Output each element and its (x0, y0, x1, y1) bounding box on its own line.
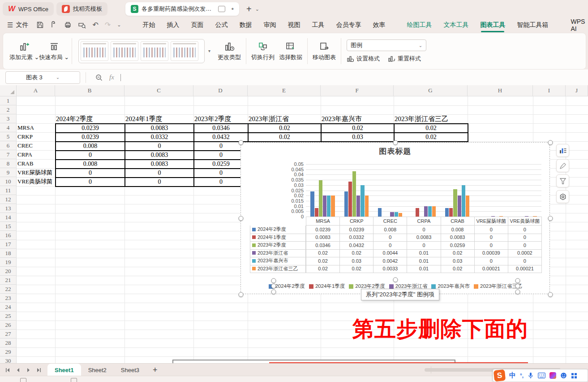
cell-header-row3-col2[interactable]: 2024年1季度 (124, 114, 193, 123)
legend-selection-handle[interactable] (393, 278, 398, 282)
menu-会员专享[interactable]: 会员专享 (336, 21, 361, 29)
change-type-button[interactable]: 更改类型 (215, 36, 243, 66)
row-header-5[interactable]: 5 (0, 132, 17, 141)
tab-wps-office[interactable]: W WPS Office (3, 2, 54, 16)
cell-C10[interactable]: 0 (124, 177, 194, 187)
print-icon[interactable] (64, 21, 72, 29)
row-header-30[interactable]: 30 (0, 356, 17, 363)
add-element-button[interactable]: 添加元素 ⌄ (9, 36, 39, 66)
bar-2023年浙江省-CREC[interactable] (390, 212, 394, 217)
row-header-17[interactable]: 17 (0, 240, 17, 249)
sogou-logo-icon[interactable]: S (494, 369, 506, 382)
export-pdf-icon[interactable] (50, 21, 58, 29)
row-header-9[interactable]: 9 (0, 168, 17, 177)
bar-2024年2季度-CRAB[interactable] (445, 208, 449, 217)
row-header-27[interactable]: 27 (0, 330, 17, 339)
name-box[interactable]: 图表 3 ⌄ (5, 71, 80, 84)
bar-2023年嘉兴市-CRAB[interactable] (462, 185, 465, 217)
redo-icon[interactable]: ↷ (105, 21, 111, 29)
column-header-F[interactable]: F (321, 85, 394, 96)
column-header-E[interactable]: E (248, 85, 321, 96)
legend-selection-handle[interactable] (271, 278, 276, 283)
bar-2024年2季度-CRKP[interactable] (344, 191, 348, 217)
cell-B8[interactable]: 0.008 (55, 159, 125, 169)
ime-punctuation-icon[interactable]: °, (520, 373, 524, 379)
chart-object[interactable]: 图表标题 0.050.0450.040.0350.030.0250.020.01… (240, 142, 550, 294)
wps-ai-label[interactable]: WPS AI (571, 18, 585, 32)
bar-2023年嘉兴市-CREC[interactable] (395, 212, 398, 217)
menu-视图[interactable]: 视图 (288, 21, 300, 29)
zoom-formula-icon[interactable] (95, 74, 103, 82)
row-header-11[interactable]: 11 (0, 186, 17, 195)
column-header-C[interactable]: C (124, 85, 193, 96)
chart-selection-handle[interactable] (548, 216, 553, 221)
switch-rowcol-button[interactable]: 切换行列 (249, 36, 277, 66)
row-header-21[interactable]: 21 (0, 276, 17, 285)
keyboard-icon[interactable] (538, 373, 545, 378)
menu-文本工具[interactable]: 文本工具 (443, 21, 468, 29)
menu-开始[interactable]: 开始 (142, 21, 155, 29)
bar-2023年浙江省-CRPA[interactable] (424, 206, 428, 217)
row-header-4[interactable]: 4 (0, 123, 17, 132)
move-chart-button[interactable]: 移动图表 (310, 36, 338, 66)
comment-bubble-icon[interactable] (218, 6, 225, 12)
cell-A9[interactable]: VRE屎肠球菌 (17, 168, 55, 177)
row-header-15[interactable]: 15 (0, 222, 17, 231)
row-header-13[interactable]: 13 (0, 204, 17, 213)
row-header-19[interactable]: 19 (0, 258, 17, 267)
bar-2023年嘉兴市-CRPA[interactable] (428, 206, 432, 217)
chart-selection-handle[interactable] (548, 140, 553, 145)
sheet-tab-Sheet3[interactable]: Sheet3 (114, 364, 146, 376)
bar-2023年浙江省三乙-CRKP[interactable] (365, 195, 369, 217)
quick-access-chevron-icon[interactable]: ⌄ (117, 22, 121, 28)
name-box-chevron-icon[interactable]: ⌄ (56, 75, 60, 80)
new-tab-button[interactable]: + (246, 4, 252, 14)
prev-sheet-icon[interactable] (16, 368, 21, 373)
legend-item-2024年1季度[interactable]: 2024年1季度 (309, 283, 345, 290)
status-ime-icon[interactable] (20, 378, 26, 382)
row-header-6[interactable]: 6 (0, 141, 17, 150)
menu-插入[interactable]: 插入 (167, 21, 179, 29)
row-header-23[interactable]: 23 (0, 294, 17, 303)
bar-2023年2季度-CRKP[interactable] (352, 171, 356, 217)
row-header-26[interactable]: 26 (0, 321, 17, 330)
cell-G4[interactable]: 0.02 (394, 123, 468, 133)
menu-智能工具箱[interactable]: 智能工具箱 (517, 21, 548, 29)
menu-审阅[interactable]: 审阅 (263, 21, 276, 29)
bar-2023年嘉兴市-MRSA[interactable] (327, 195, 330, 217)
ime-skin-icon[interactable] (549, 372, 556, 379)
last-sheet-icon[interactable] (36, 368, 41, 373)
chart-settings-quick-button[interactable] (556, 190, 569, 203)
cell-B7[interactable]: 0 (55, 150, 125, 160)
cell-header-row3-col5[interactable]: 2023年嘉兴市 (321, 114, 394, 123)
bar-2023年浙江省三乙-MRSA[interactable] (331, 195, 335, 217)
bar-2023年浙江省-CRAB[interactable] (458, 195, 461, 217)
cell-A5[interactable]: CRKP (17, 132, 55, 141)
row-header-20[interactable]: 20 (0, 267, 17, 276)
cell-C9[interactable]: 0 (124, 168, 194, 178)
column-header-D[interactable]: D (193, 85, 248, 96)
fx-icon[interactable]: fx (109, 74, 114, 81)
gallery-more-chevron-icon[interactable]: ▾ (208, 48, 210, 53)
emoji-icon[interactable] (560, 372, 567, 379)
sheet-tab-Sheet1[interactable]: Sheet1 (47, 364, 81, 376)
set-format-button[interactable]: 设置格式 (347, 55, 380, 63)
legend-selection-handle[interactable] (515, 278, 520, 283)
legend-selection-handle[interactable] (515, 290, 520, 295)
undo-icon[interactable]: ↶ (92, 21, 98, 29)
chart-style-thumbnail[interactable] (81, 41, 108, 61)
cell-B10[interactable]: 0 (55, 177, 125, 187)
hamburger-icon[interactable]: ☰ (7, 21, 13, 29)
cell-G5[interactable]: 0.02 (394, 132, 468, 142)
row-header-29[interactable]: 29 (0, 347, 17, 356)
row-header-7[interactable]: 7 (0, 150, 17, 159)
mic-icon[interactable] (528, 372, 534, 379)
cell-header-row3-col3[interactable]: 2023年2季度 (193, 114, 248, 123)
cell-C4[interactable]: 0.0083 (124, 123, 194, 133)
chart-selection-handle[interactable] (239, 140, 244, 145)
bar-2023年浙江省三乙-CREC[interactable] (399, 213, 402, 217)
bar-2023年嘉兴市-CRKP[interactable] (361, 185, 364, 217)
select-data-button[interactable]: 选择数据 (277, 36, 305, 66)
row-header-18[interactable]: 18 (0, 249, 17, 258)
status-list-icon[interactable] (71, 378, 77, 382)
